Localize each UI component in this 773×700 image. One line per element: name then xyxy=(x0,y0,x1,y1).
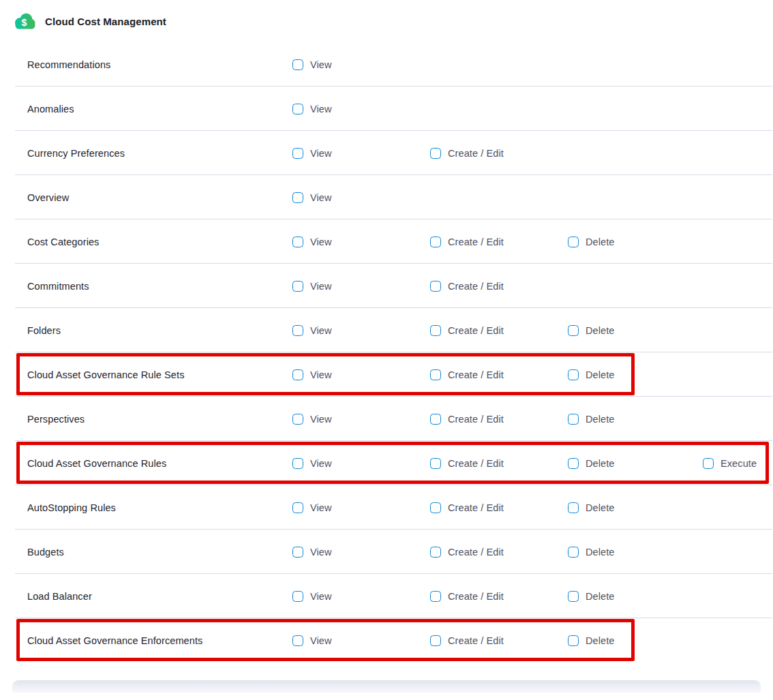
checkbox-label: Delete xyxy=(586,458,615,469)
permission-create-edit[interactable]: Create / Edit xyxy=(430,547,504,558)
permission-create-edit[interactable]: Create / Edit xyxy=(430,237,504,247)
permission-view[interactable]: View xyxy=(292,281,332,292)
row-perspectives: Perspectives View Create / Edit Delete xyxy=(0,397,773,441)
section-title: Cloud Cost Management xyxy=(45,16,166,27)
row-cloud-asset-governance-rule-sets: Cloud Asset Governance Rule Sets View Cr… xyxy=(0,352,773,397)
permissions-table: Recommendations View Anomalies View Curr… xyxy=(0,42,773,663)
checkbox-label: Create / Edit xyxy=(448,547,504,558)
delete-checkbox[interactable] xyxy=(568,547,579,558)
permission-create-edit[interactable]: Create / Edit xyxy=(430,502,504,513)
create-edit-checkbox[interactable] xyxy=(430,547,441,558)
checkbox-label: Delete xyxy=(586,635,615,646)
resource-label: Folders xyxy=(27,325,61,336)
create-edit-checkbox[interactable] xyxy=(430,414,441,425)
permission-view[interactable]: View xyxy=(292,502,332,513)
create-edit-checkbox[interactable] xyxy=(430,502,441,513)
permission-create-edit[interactable]: Create / Edit xyxy=(430,635,504,646)
checkbox-label: Execute xyxy=(721,458,757,469)
delete-checkbox[interactable] xyxy=(568,237,579,247)
permission-create-edit[interactable]: Create / Edit xyxy=(430,458,504,469)
permission-delete[interactable]: Delete xyxy=(568,591,615,602)
checkbox-label: Create / Edit xyxy=(448,148,504,159)
resource-label: Perspectives xyxy=(27,414,85,425)
permission-view[interactable]: View xyxy=(292,237,332,247)
row-cloud-asset-governance-rules: Cloud Asset Governance Rules View Create… xyxy=(0,441,773,485)
delete-checkbox[interactable] xyxy=(568,325,579,336)
permission-view[interactable]: View xyxy=(292,458,332,469)
row-anomalies: Anomalies View xyxy=(0,87,773,131)
permission-create-edit[interactable]: Create / Edit xyxy=(430,414,504,425)
checkbox-label: View xyxy=(310,237,332,247)
next-section-edge[interactable] xyxy=(12,680,761,693)
view-checkbox[interactable] xyxy=(292,237,303,247)
create-edit-checkbox[interactable] xyxy=(430,325,441,336)
view-checkbox[interactable] xyxy=(292,59,303,70)
create-edit-checkbox[interactable] xyxy=(430,281,441,292)
checkbox-label: Create / Edit xyxy=(448,281,504,292)
permission-view[interactable]: View xyxy=(292,148,332,159)
checkbox-label: View xyxy=(310,458,332,469)
permission-execute[interactable]: Execute xyxy=(703,458,757,469)
view-checkbox[interactable] xyxy=(292,547,303,558)
permission-delete[interactable]: Delete xyxy=(568,502,615,513)
permission-view[interactable]: View xyxy=(292,369,332,380)
permission-create-edit[interactable]: Create / Edit xyxy=(430,369,504,380)
delete-checkbox[interactable] xyxy=(568,414,579,425)
delete-checkbox[interactable] xyxy=(568,502,579,513)
create-edit-checkbox[interactable] xyxy=(430,237,441,247)
view-checkbox[interactable] xyxy=(292,148,303,159)
checkbox-label: View xyxy=(310,59,332,70)
permission-delete[interactable]: Delete xyxy=(568,458,615,469)
permission-view[interactable]: View xyxy=(292,104,332,115)
view-checkbox[interactable] xyxy=(292,502,303,513)
create-edit-checkbox[interactable] xyxy=(430,369,441,380)
delete-checkbox[interactable] xyxy=(568,591,579,602)
checkbox-label: View xyxy=(310,635,332,646)
permission-create-edit[interactable]: Create / Edit xyxy=(430,591,504,602)
view-checkbox[interactable] xyxy=(292,414,303,425)
permission-delete[interactable]: Delete xyxy=(568,414,615,425)
permission-view[interactable]: View xyxy=(292,192,332,203)
checkbox-label: Create / Edit xyxy=(448,325,504,336)
execute-checkbox[interactable] xyxy=(703,458,714,469)
view-checkbox[interactable] xyxy=(292,281,303,292)
checkbox-label: View xyxy=(310,591,332,602)
permission-delete[interactable]: Delete xyxy=(568,547,615,558)
view-checkbox[interactable] xyxy=(292,369,303,380)
permission-delete[interactable]: Delete xyxy=(568,237,615,247)
delete-checkbox[interactable] xyxy=(568,635,579,646)
view-checkbox[interactable] xyxy=(292,325,303,336)
checkbox-label: View xyxy=(310,104,332,115)
view-checkbox[interactable] xyxy=(292,104,303,115)
permission-delete[interactable]: Delete xyxy=(568,635,615,646)
view-checkbox[interactable] xyxy=(292,192,303,203)
permission-view[interactable]: View xyxy=(292,547,332,558)
resource-label: Cloud Asset Governance Enforcements xyxy=(27,635,202,646)
resource-label: Load Balancer xyxy=(27,591,92,602)
delete-checkbox[interactable] xyxy=(568,458,579,469)
permission-view[interactable]: View xyxy=(292,591,332,602)
permission-create-edit[interactable]: Create / Edit xyxy=(430,281,504,292)
checkbox-label: Delete xyxy=(586,369,615,380)
checkbox-label: Delete xyxy=(586,591,615,602)
permission-view[interactable]: View xyxy=(292,59,332,70)
create-edit-checkbox[interactable] xyxy=(430,148,441,159)
view-checkbox[interactable] xyxy=(292,458,303,469)
permission-view[interactable]: View xyxy=(292,325,332,336)
permission-delete[interactable]: Delete xyxy=(568,325,615,336)
delete-checkbox[interactable] xyxy=(568,369,579,380)
checkbox-label: View xyxy=(310,502,332,513)
cloud-dollar-icon: $ xyxy=(14,12,35,31)
permission-create-edit[interactable]: Create / Edit xyxy=(430,325,504,336)
create-edit-checkbox[interactable] xyxy=(430,458,441,469)
view-checkbox[interactable] xyxy=(292,591,303,602)
create-edit-checkbox[interactable] xyxy=(430,591,441,602)
create-edit-checkbox[interactable] xyxy=(430,635,441,646)
checkbox-label: View xyxy=(310,192,332,203)
permission-view[interactable]: View xyxy=(292,414,332,425)
view-checkbox[interactable] xyxy=(292,635,303,646)
permission-create-edit[interactable]: Create / Edit xyxy=(430,148,504,159)
permission-view[interactable]: View xyxy=(292,635,332,646)
permission-delete[interactable]: Delete xyxy=(568,369,615,380)
checkbox-label: Create / Edit xyxy=(448,635,504,646)
